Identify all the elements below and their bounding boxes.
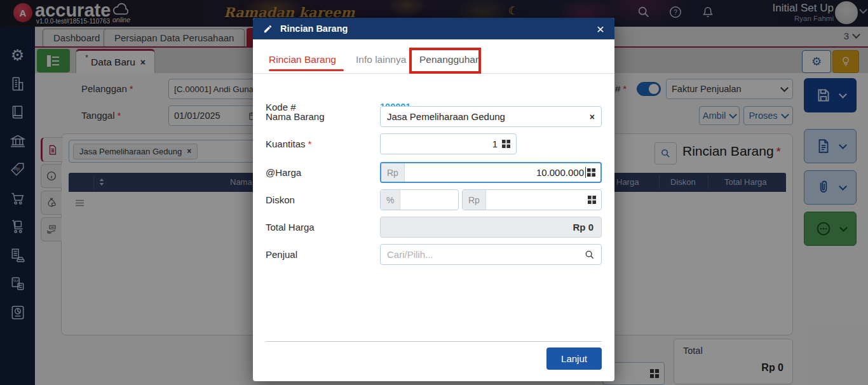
penjual-placeholder: Cari/Pilih... bbox=[387, 249, 433, 260]
annotation-highlight-box bbox=[409, 48, 481, 74]
keypad-icon[interactable] bbox=[502, 140, 510, 148]
app-root: A accurate online v1.0.0-test#18515-1107… bbox=[0, 0, 868, 385]
penjual-input[interactable]: Cari/Pilih... bbox=[380, 244, 602, 265]
lanjut-button[interactable]: Lanjut bbox=[546, 348, 602, 370]
rp-prefix: Rp bbox=[463, 190, 486, 210]
kuantitas-input[interactable]: 1 bbox=[380, 133, 517, 154]
total-harga-label: Total Harga bbox=[266, 222, 315, 233]
modal-tab-info-lainnya[interactable]: Info lainnya bbox=[356, 54, 406, 65]
harga-label: @Harga bbox=[266, 167, 301, 178]
keypad-icon[interactable] bbox=[588, 196, 596, 204]
modal-tab-rincian-barang[interactable]: Rincian Barang bbox=[269, 54, 336, 65]
modal-title: Rincian Barang bbox=[280, 24, 348, 34]
kuantitas-value: 1 bbox=[492, 138, 498, 149]
nama-barang-label: Nama Barang bbox=[266, 111, 325, 122]
modal-header: Rincian Barang × bbox=[253, 18, 614, 39]
diskon-label: Diskon bbox=[266, 194, 295, 205]
rp-prefix: Rp bbox=[381, 163, 405, 182]
search-icon[interactable] bbox=[585, 250, 595, 260]
active-tab-underline bbox=[269, 69, 344, 71]
total-harga-readonly: Rp 0 bbox=[380, 217, 602, 238]
nama-barang-value: Jasa Pemeliharaan Gedung bbox=[387, 111, 505, 122]
diskon-persen-input[interactable]: % bbox=[380, 189, 459, 210]
lanjut-label: Lanjut bbox=[561, 353, 587, 364]
diskon-rp-input[interactable]: Rp bbox=[462, 189, 602, 210]
modal-footer-divider bbox=[266, 341, 602, 342]
text-cursor bbox=[585, 167, 586, 178]
keypad-icon[interactable] bbox=[587, 168, 595, 177]
nama-barang-input[interactable]: Jasa Pemeliharaan Gedung × bbox=[380, 106, 602, 127]
pencil-icon bbox=[263, 24, 273, 34]
penjual-label: Penjual bbox=[266, 249, 297, 260]
kuantitas-label: Kuantitas* bbox=[266, 138, 311, 149]
modal-close-icon[interactable]: × bbox=[597, 22, 604, 36]
harga-input[interactable]: Rp 10.000.000 bbox=[380, 162, 602, 183]
percent-prefix: % bbox=[381, 190, 400, 210]
total-harga-value: Rp 0 bbox=[573, 222, 593, 233]
clear-input-icon[interactable]: × bbox=[590, 112, 595, 122]
harga-value: 10.000.000 bbox=[536, 167, 584, 178]
